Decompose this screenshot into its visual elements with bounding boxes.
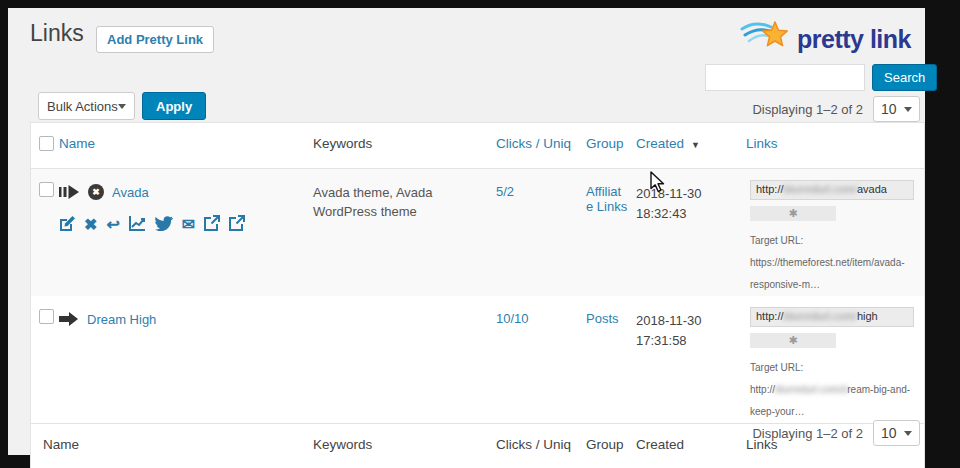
twitter-icon[interactable] [155,216,173,234]
column-header-clicks[interactable]: Clicks / Uniq [496,123,586,168]
keywords-cell [313,296,496,423]
search-input[interactable] [705,64,865,91]
pretty-link-admin-panel: Links Add Pretty Link pretty link Search… [8,8,925,455]
per-page-value: 10 [881,101,897,117]
shooting-star-icon [740,18,792,60]
links-table: Name Keywords Clicks / Uniq Group Create… [30,122,925,468]
chevron-down-icon [904,431,912,436]
row-actions: ✖ ↩ ✉ [59,215,313,234]
group-link[interactable]: Affiliate Links [586,184,627,214]
clicks-link[interactable]: 10/10 [496,311,529,326]
footer-header-created: Created [636,424,746,468]
search-button[interactable]: Search [872,64,937,91]
sort-desc-icon: ▼ [691,140,700,150]
displaying-count: Displaying 1–2 of 2 [752,102,863,117]
asterisk-icon: ✱ [788,207,797,220]
page-title: Links [30,20,84,47]
reset-icon[interactable]: ↩ [106,217,119,233]
pagination-top: Displaying 1–2 of 2 10 [752,96,920,122]
clicks-link[interactable]: 5/2 [496,184,514,199]
redacted-url-segment: blurredurl.com/ [784,310,857,322]
delete-icon[interactable]: ✖ [84,217,97,233]
link-name[interactable]: Avada [112,185,149,200]
table-row: Dream High 10/10 Posts 2018-11-3017:31:5… [31,296,924,423]
per-page-value: 10 [881,425,897,441]
asterisk-icon: ✱ [788,334,797,347]
pretty-url-field[interactable]: http://blurredurl.com/avada [750,180,914,200]
keywords-cell: Avada theme, Avada WordPress theme [313,169,496,296]
link-name[interactable]: Dream High [87,312,156,327]
footer-header-clicks: Clicks / Uniq [496,424,586,468]
redirect-bars-arrow-icon [59,184,80,200]
redacted-url-segment: blurredurl.com/ [784,183,857,195]
links-cell: http://blurredurl.com/avada ✱ Target URL… [746,169,936,296]
copy-tools-pill[interactable]: ✱ [750,333,836,348]
apply-button[interactable]: Apply [142,92,206,120]
table-row: ✖ Avada ✖ ↩ ✉ [31,169,924,296]
table-header-row: Name Keywords Clicks / Uniq Group Create… [31,123,924,169]
logo-wordmark: pretty link [797,25,911,54]
external-target-icon[interactable] [229,215,245,234]
displaying-count: Displaying 1–2 of 2 [752,426,863,441]
row-checkbox[interactable] [39,309,54,324]
redirect-arrow-icon [59,311,79,327]
group-link[interactable]: Posts [586,311,619,326]
target-url-text: Target URL: https://themeforest.net/item… [750,230,926,296]
per-page-select[interactable]: 10 [873,420,920,446]
per-page-select[interactable]: 10 [873,96,920,122]
select-all-checkbox[interactable] [39,136,54,151]
pagination-bottom: Displaying 1–2 of 2 10 [752,420,920,446]
copy-tools-pill[interactable]: ✱ [750,206,836,221]
column-header-group[interactable]: Group [586,123,636,168]
external-link-icon[interactable] [204,215,220,234]
bulk-actions-label: Bulk Actions [47,99,118,114]
links-cell: http://blurredurl.com/high ✱ Target URL:… [746,296,936,423]
email-icon[interactable]: ✉ [182,217,195,233]
nofollow-circle-x-icon: ✖ [88,184,104,200]
column-header-name[interactable]: Name [59,123,313,168]
row-checkbox[interactable] [39,182,54,197]
column-header-links[interactable]: Links [746,123,924,168]
bulk-actions-select[interactable]: Bulk Actions [38,92,135,120]
created-cell: 2018-11-3017:31:58 [636,296,746,423]
footer-header-keywords: Keywords [313,424,496,468]
stats-icon[interactable] [129,215,146,234]
chevron-down-icon [118,104,126,109]
target-url-text: Target URL: http://blurredurl.com/dream-… [750,357,926,423]
created-cell: 2018-11-3018:32:43 [636,169,746,296]
chevron-down-icon [904,107,912,112]
pretty-url-field[interactable]: http://blurredurl.com/high [750,307,914,327]
column-header-created[interactable]: Created▼ [636,123,746,168]
column-header-keywords: Keywords [313,123,496,168]
footer-header-name: Name [31,424,313,468]
pretty-link-logo: pretty link [740,18,911,60]
add-pretty-link-button[interactable]: Add Pretty Link [96,26,214,53]
footer-header-group: Group [586,424,636,468]
edit-icon[interactable] [59,215,75,234]
